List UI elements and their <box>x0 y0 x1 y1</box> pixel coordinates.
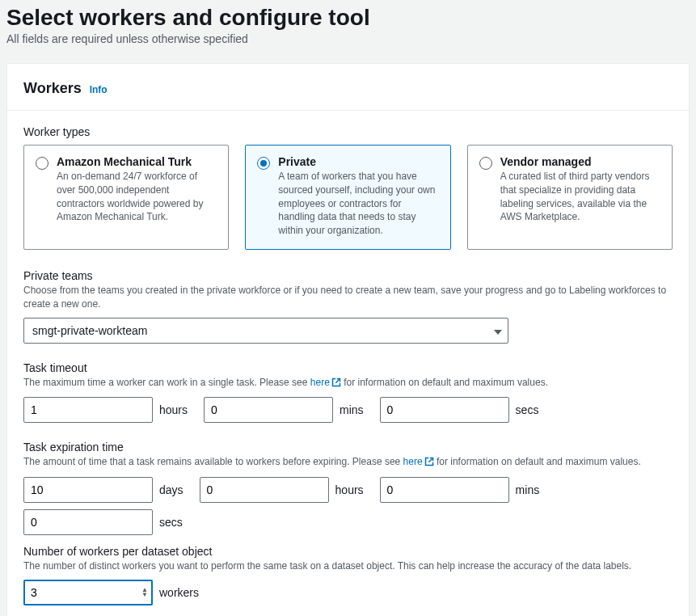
hours-label: hours <box>159 403 188 416</box>
task-timeout-mins-input[interactable] <box>204 397 333 423</box>
tile-desc: A team of workers that you have sourced … <box>278 170 438 238</box>
workers-unit-label: workers <box>159 586 199 599</box>
private-teams-label: Private teams <box>23 269 673 282</box>
private-teams-select[interactable]: smgt-private-workteam <box>23 318 508 344</box>
page-title: Select workers and configure tool <box>6 0 690 31</box>
info-link[interactable]: Info <box>90 84 108 95</box>
workers-per-object-input[interactable] <box>23 580 153 605</box>
task-expiration-label: Task expiration time <box>23 441 673 454</box>
worker-type-private[interactable]: Private A team of workers that you have … <box>245 145 450 250</box>
worker-type-vendor[interactable]: Vendor managed A curated list of third p… <box>467 145 673 250</box>
task-expiration-here-link[interactable]: here <box>403 456 434 467</box>
task-timeout-here-link[interactable]: here <box>310 377 341 388</box>
workers-panel: Workers Info Worker types Amazon Mechani… <box>6 63 690 616</box>
worker-types-label: Worker types <box>23 125 673 138</box>
hours-label: hours <box>335 483 364 496</box>
tile-title: Private <box>278 155 438 168</box>
task-timeout-hours-input[interactable] <box>23 397 153 423</box>
tile-title: Vendor managed <box>500 155 660 168</box>
workers-per-object-help: The number of distinct workers you want … <box>23 559 673 573</box>
task-expiration-secs-input[interactable] <box>23 509 153 535</box>
external-link-icon <box>424 457 434 470</box>
panel-header: Workers Info <box>7 64 689 111</box>
secs-label: secs <box>516 403 539 416</box>
tile-title: Amazon Mechanical Turk <box>57 155 217 168</box>
radio-icon <box>479 157 492 170</box>
panel-title: Workers <box>23 80 82 97</box>
tile-desc: A curated list of third party vendors th… <box>500 170 660 224</box>
tile-desc: An on-demand 24/7 workforce of over 500,… <box>57 170 217 224</box>
workers-per-object-label: Number of workers per dataset object <box>23 545 673 558</box>
private-teams-help: Choose from the teams you created in the… <box>23 284 673 311</box>
mins-label: mins <box>340 403 364 416</box>
worker-type-mturk[interactable]: Amazon Mechanical Turk An on-demand 24/7… <box>23 145 229 250</box>
task-expiration-hours-input[interactable] <box>200 477 329 503</box>
task-timeout-secs-input[interactable] <box>380 397 509 423</box>
secs-label: secs <box>159 516 183 529</box>
worker-types-tiles: Amazon Mechanical Turk An on-demand 24/7… <box>23 145 673 250</box>
radio-icon <box>257 157 270 170</box>
task-timeout-help: The maximum time a worker can work in a … <box>23 376 673 391</box>
task-timeout-label: Task timeout <box>23 361 673 374</box>
days-label: days <box>159 483 183 496</box>
select-value: smgt-private-workteam <box>32 324 147 337</box>
radio-icon <box>36 157 49 170</box>
task-expiration-help: The amount of time that a task remains a… <box>23 455 673 470</box>
page-subtitle: All fields are required unless otherwise… <box>6 32 690 45</box>
task-expiration-mins-input[interactable] <box>380 477 509 503</box>
mins-label: mins <box>516 483 540 496</box>
external-link-icon <box>331 378 341 391</box>
task-expiration-days-input[interactable] <box>23 477 153 503</box>
